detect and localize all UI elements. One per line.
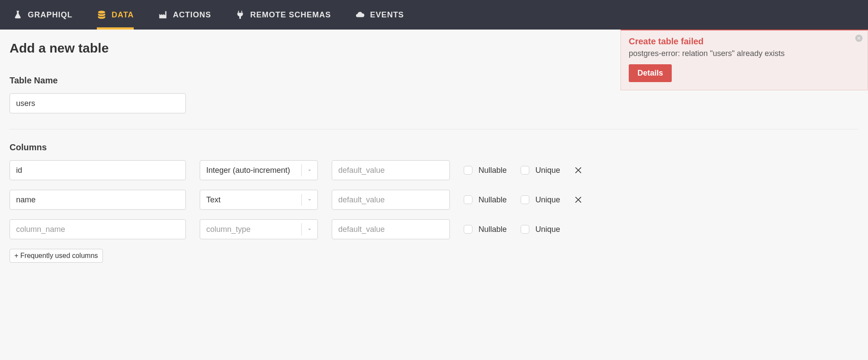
column-row: Integer (auto-increment) Nullable Unique xyxy=(10,160,858,180)
select-divider xyxy=(301,223,302,235)
column-default-input[interactable] xyxy=(332,219,450,239)
unique-checkbox[interactable] xyxy=(521,195,529,204)
unique-label: Unique xyxy=(535,195,560,205)
column-default-input[interactable] xyxy=(332,160,450,180)
section-divider xyxy=(10,129,858,129)
column-type-value: Integer (auto-increment) xyxy=(206,166,290,175)
nullable-label: Nullable xyxy=(479,225,507,234)
plug-icon xyxy=(235,10,245,20)
select-divider xyxy=(301,164,302,176)
table-name-input[interactable] xyxy=(10,93,186,113)
database-icon xyxy=(97,10,106,20)
column-type-select[interactable]: Text xyxy=(200,190,318,210)
select-divider xyxy=(301,194,302,206)
nav-remote-schemas[interactable]: REMOTE SCHEMAS xyxy=(235,0,331,30)
factory-icon xyxy=(158,10,168,20)
unique-label: Unique xyxy=(535,225,560,234)
nav-data[interactable]: DATA xyxy=(97,0,134,30)
nullable-checkbox[interactable] xyxy=(464,195,472,204)
nullable-checkbox[interactable] xyxy=(464,225,472,234)
unique-label: Unique xyxy=(535,166,560,175)
column-type-select[interactable]: column_type xyxy=(200,219,318,239)
column-type-placeholder: column_type xyxy=(206,225,251,234)
columns-label: Columns xyxy=(10,142,858,152)
columns-list: Integer (auto-increment) Nullable Unique xyxy=(10,160,858,239)
unique-checkbox[interactable] xyxy=(521,225,529,234)
frequently-used-columns-button[interactable]: + Frequently used columns xyxy=(10,249,103,263)
flask-icon xyxy=(13,10,23,20)
column-type-select[interactable]: Integer (auto-increment) xyxy=(200,160,318,180)
nav-label: ACTIONS xyxy=(173,10,211,20)
cloud-icon xyxy=(355,10,365,20)
column-name-input[interactable] xyxy=(10,219,186,239)
nullable-checkbox[interactable] xyxy=(464,166,472,175)
column-name-input[interactable] xyxy=(10,160,186,180)
page-title: Add a new table xyxy=(10,41,858,56)
nullable-label: Nullable xyxy=(479,166,507,175)
chevron-down-icon xyxy=(306,226,313,233)
chevron-down-icon xyxy=(306,196,313,203)
nullable-label: Nullable xyxy=(479,195,507,205)
column-row: column_type Nullable Unique xyxy=(10,219,858,239)
column-row: Text Nullable Unique xyxy=(10,190,858,210)
table-name-label: Table Name xyxy=(10,76,858,86)
column-default-input[interactable] xyxy=(332,190,450,210)
remove-column-icon[interactable] xyxy=(574,165,584,175)
column-type-value: Text xyxy=(206,195,221,205)
remove-column-icon[interactable] xyxy=(574,195,584,205)
nav-label: DATA xyxy=(112,10,134,20)
column-name-input[interactable] xyxy=(10,190,186,210)
chevron-down-icon xyxy=(306,167,313,174)
nav-label: REMOTE SCHEMAS xyxy=(250,10,331,20)
nav-actions[interactable]: ACTIONS xyxy=(158,0,211,30)
top-nav: GRAPHIQL DATA ACTIONS REMOTE SCHEMAS EVE… xyxy=(0,0,868,30)
nav-graphiql[interactable]: GRAPHIQL xyxy=(13,0,73,30)
nav-label: GRAPHIQL xyxy=(28,10,73,20)
nav-label: EVENTS xyxy=(370,10,404,20)
nav-events[interactable]: EVENTS xyxy=(355,0,404,30)
unique-checkbox[interactable] xyxy=(521,166,529,175)
page-body: Add a new table Table Name Columns Integ… xyxy=(0,30,868,280)
